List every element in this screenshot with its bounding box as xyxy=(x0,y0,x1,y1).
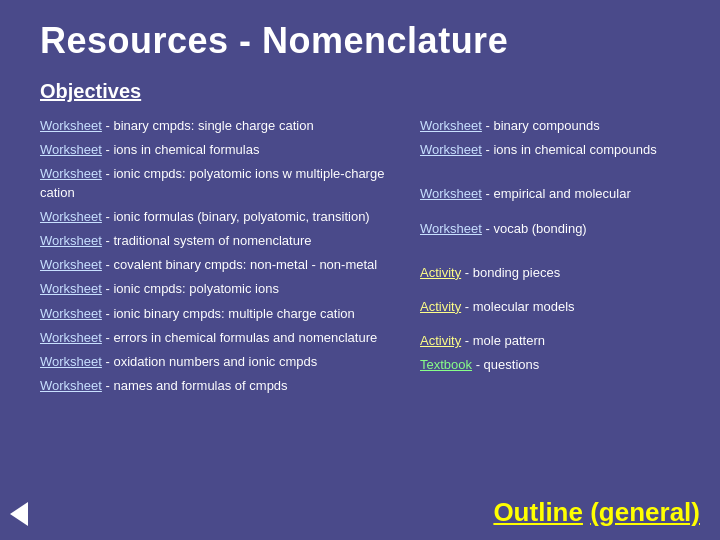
left-link-item[interactable]: Worksheet - errors in chemical formulas … xyxy=(40,329,400,347)
right-link-item[interactable]: Worksheet - empirical and molecular xyxy=(420,185,680,203)
right-link-item[interactable]: Worksheet - ions in chemical compounds xyxy=(420,141,680,159)
left-column: Worksheet - binary cmpds: single charge … xyxy=(40,117,400,395)
link-desc: - binary compounds xyxy=(482,118,600,133)
link-desc: - empirical and molecular xyxy=(482,186,631,201)
link-desc: - ionic cmpds: polyatomic ions xyxy=(102,281,279,296)
left-link-item[interactable]: Worksheet - ionic cmpds: polyatomic ions xyxy=(40,280,400,298)
objectives-heading: Objectives xyxy=(40,80,680,103)
link-desc: - ionic formulas (binary, polyatomic, tr… xyxy=(102,209,370,224)
worksheet-link[interactable]: Worksheet xyxy=(420,142,482,157)
worksheet-link[interactable]: Worksheet xyxy=(40,378,102,393)
link-desc: - vocab (bonding) xyxy=(482,221,587,236)
link-desc: - ionic binary cmpds: multiple charge ca… xyxy=(102,306,355,321)
outline-section: Outline (general) xyxy=(493,497,700,528)
spacer xyxy=(420,288,680,292)
worksheet-link[interactable]: Worksheet xyxy=(40,281,102,296)
worksheet-link[interactable]: Worksheet xyxy=(40,209,102,224)
right-link-item[interactable]: Worksheet - binary compounds xyxy=(420,117,680,135)
left-link-item[interactable]: Worksheet - ions in chemical formulas xyxy=(40,141,400,159)
spacer xyxy=(420,322,680,326)
link-desc: - names and formulas of cmpds xyxy=(102,378,288,393)
textbook-item[interactable]: Textbook - questions xyxy=(420,356,680,374)
left-link-item[interactable]: Worksheet - binary cmpds: single charge … xyxy=(40,117,400,135)
link-desc: - covalent binary cmpds: non-metal - non… xyxy=(102,257,377,272)
left-link-item[interactable]: Worksheet - traditional system of nomenc… xyxy=(40,232,400,250)
worksheet-link[interactable]: Worksheet xyxy=(40,233,102,248)
left-link-item[interactable]: Worksheet - ionic binary cmpds: multiple… xyxy=(40,305,400,323)
outline-link[interactable]: Outline xyxy=(493,497,583,527)
left-link-item[interactable]: Worksheet - ionic cmpds: polyatomic ions… xyxy=(40,165,400,201)
activity-item[interactable]: Activity - bonding pieces xyxy=(420,264,680,282)
worksheet-link[interactable]: Worksheet xyxy=(40,257,102,272)
activity-item[interactable]: Activity - molecular models xyxy=(420,298,680,316)
spacer xyxy=(420,175,680,179)
link-desc: - traditional system of nomenclature xyxy=(102,233,312,248)
spacer xyxy=(420,244,680,248)
worksheet-link[interactable]: Worksheet xyxy=(420,186,482,201)
content-area: Worksheet - binary cmpds: single charge … xyxy=(40,117,680,395)
left-link-item[interactable]: Worksheet - ionic formulas (binary, poly… xyxy=(40,208,400,226)
link-desc: - binary cmpds: single charge cation xyxy=(102,118,314,133)
link-desc: - errors in chemical formulas and nomenc… xyxy=(102,330,377,345)
spacer xyxy=(420,165,680,169)
nav-arrow-icon[interactable] xyxy=(10,502,28,526)
link-desc: - ions in chemical formulas xyxy=(102,142,260,157)
left-link-item[interactable]: Worksheet - oxidation numbers and ionic … xyxy=(40,353,400,371)
worksheet-link[interactable]: Worksheet xyxy=(40,118,102,133)
activity-desc: - mole pattern xyxy=(461,333,545,348)
worksheet-link[interactable]: Worksheet xyxy=(40,306,102,321)
left-link-item[interactable]: Worksheet - covalent binary cmpds: non-m… xyxy=(40,256,400,274)
page-title: Resources - Nomenclature xyxy=(40,20,680,62)
worksheet-link[interactable]: Worksheet xyxy=(40,142,102,157)
left-link-item[interactable]: Worksheet - names and formulas of cmpds xyxy=(40,377,400,395)
spacer xyxy=(420,210,680,214)
activity-desc: - molecular models xyxy=(461,299,574,314)
right-link-item[interactable]: Worksheet - vocab (bonding) xyxy=(420,220,680,238)
spacer xyxy=(420,254,680,258)
worksheet-link[interactable]: Worksheet xyxy=(40,166,102,181)
activity-link[interactable]: Activity xyxy=(420,333,461,348)
page-container: Resources - Nomenclature Objectives Work… xyxy=(0,0,720,540)
right-column: Worksheet - binary compoundsWorksheet - … xyxy=(420,117,680,395)
worksheet-link[interactable]: Worksheet xyxy=(420,118,482,133)
textbook-desc: - questions xyxy=(472,357,539,372)
textbook-link[interactable]: Textbook xyxy=(420,357,472,372)
link-desc: - oxidation numbers and ionic cmpds xyxy=(102,354,317,369)
worksheet-link[interactable]: Worksheet xyxy=(40,354,102,369)
activity-item[interactable]: Activity - mole pattern xyxy=(420,332,680,350)
worksheet-link[interactable]: Worksheet xyxy=(420,221,482,236)
activity-link[interactable]: Activity xyxy=(420,299,461,314)
general-link[interactable]: (general) xyxy=(590,497,700,527)
activity-link[interactable]: Activity xyxy=(420,265,461,280)
link-desc: - ions in chemical compounds xyxy=(482,142,657,157)
worksheet-link[interactable]: Worksheet xyxy=(40,330,102,345)
activity-desc: - bonding pieces xyxy=(461,265,560,280)
